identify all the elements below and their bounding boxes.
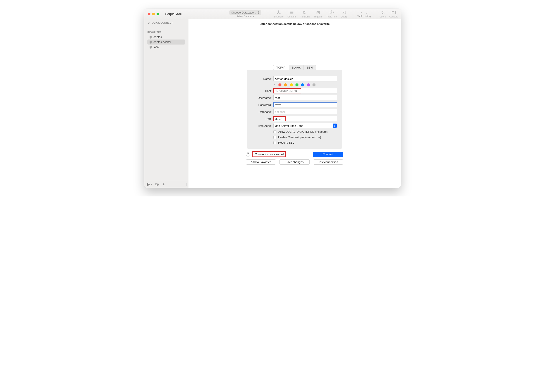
updown-icon: ▲▼ [257,11,259,14]
require-ssl-checkbox[interactable]: Require SSL [273,141,337,144]
color-swatches: ✕ [273,83,337,86]
info-icon [329,10,334,15]
tool-relations[interactable]: Relations [300,10,310,18]
svg-point-24 [149,184,149,184]
svg-rect-10 [342,11,346,14]
bolt-icon [147,21,150,24]
tool-console[interactable]: Console [389,10,398,18]
color-yellow[interactable] [290,83,293,86]
svg-point-11 [381,11,383,12]
port-label: Port: [252,117,272,121]
save-changes-button[interactable]: Save changes [279,159,310,165]
color-gray[interactable] [312,83,316,86]
test-connection-button[interactable]: Test connection [313,159,343,165]
tool-structure[interactable]: Structure [274,10,284,18]
svg-point-23 [148,184,148,184]
password-input[interactable] [273,102,337,107]
ellipsis-circle-icon [147,183,150,186]
database-chooser[interactable]: Choose Database... ▲▼ Select Database [229,10,261,18]
tab-ssh[interactable]: SSH [304,65,316,70]
add-button[interactable]: ＋ [162,182,165,187]
color-red[interactable] [279,83,281,86]
history-forward-icon[interactable]: › [366,10,367,15]
folder-add-button[interactable] [155,182,159,187]
titlebar: Sequel Ace Choose Database... ▲▼ Select … [144,9,401,19]
tool-query[interactable]: Query [341,10,347,18]
zoom-window-icon[interactable] [157,13,159,15]
color-purple[interactable] [307,83,310,86]
close-window-icon[interactable] [148,13,150,15]
host-input-tail[interactable] [301,88,337,93]
database-input[interactable] [273,109,337,114]
color-green[interactable] [295,83,298,86]
favorites-header: FAVORITES [147,31,185,34]
tool-table-info[interactable]: Table Info [326,10,337,18]
tool-content[interactable]: Content [287,10,296,18]
connect-button[interactable]: Connect [313,152,343,157]
password-label: Password: [252,103,272,106]
database-chooser-label: Choose Database... [231,11,256,14]
prompt-text: Enter connection details below, or choos… [259,22,330,25]
table-history[interactable]: ‹ › Table History [357,10,371,18]
history-back-icon[interactable]: ‹ [361,10,362,15]
svg-point-15 [392,11,393,11]
sidebar: QUICK CONNECT FAVORITES centos centos-do… [144,19,188,188]
console-icon [391,10,396,15]
quick-connect-header[interactable]: QUICK CONNECT [147,21,185,24]
add-to-favorites-button[interactable]: Add to Favorites [246,159,276,165]
tool-users[interactable]: Users [379,10,386,18]
enable-cleartext-checkbox[interactable]: Enable Cleartext plugin (insecure) [273,135,337,139]
host-label: Host: [252,89,272,92]
tab-tcpip[interactable]: TCP/IP [273,65,289,70]
svg-point-19 [150,41,152,42]
actions-menu-button[interactable]: ▼ [147,183,152,186]
svg-point-9 [331,11,332,12]
allow-local-infile-checkbox[interactable]: Allow LOCAL_DATA_INFILE (insecure) [273,130,337,133]
svg-point-0 [278,11,279,11]
database-icon [149,41,152,44]
favorite-item-local[interactable]: local [147,44,185,49]
svg-point-22 [148,184,148,184]
content-icon [289,10,294,15]
tab-socket[interactable]: Socket [289,65,304,70]
main-content: Enter connection details below, or choos… [188,19,401,188]
triggers-icon [316,10,321,15]
help-button[interactable]: ? [246,152,250,157]
toolbar-icons: Structure Content Relations Triggers Tab… [274,10,347,18]
query-icon [341,10,346,15]
sidebar-footer: ▼ ＋ ||| [144,181,188,188]
app-window: Sequel Ace Choose Database... ▲▼ Select … [144,9,401,188]
color-blue[interactable] [301,83,304,86]
connection-status: Connection succeeded [252,151,286,157]
checkbox-icon [273,130,276,133]
svg-point-20 [150,46,152,47]
favorite-item-centos[interactable]: centos [147,35,185,39]
tool-triggers[interactable]: Triggers [314,10,322,18]
host-input[interactable] [273,88,301,93]
username-input[interactable] [273,95,337,100]
svg-point-17 [393,11,393,11]
users-icon [380,10,385,15]
timezone-select[interactable]: Use Server Time Zone [273,123,337,128]
clear-color-icon[interactable]: ✕ [273,83,276,86]
connection-panel: Name: ✕ Host: [247,70,342,149]
checkbox-icon [273,136,276,139]
favorite-item-centos-docker[interactable]: centos-docker [147,39,185,44]
minimize-window-icon[interactable] [152,13,155,15]
timezone-label: Time Zone: [252,124,272,128]
database-icon [149,36,152,39]
traffic-lights [148,13,159,15]
color-orange[interactable] [284,83,287,86]
svg-point-18 [150,36,152,37]
name-input[interactable] [273,76,337,81]
app-title: Sequel Ace [165,12,182,16]
folder-plus-icon [155,182,159,186]
svg-point-12 [383,11,384,12]
port-input-tail[interactable] [286,116,337,121]
checkbox-icon [273,141,276,144]
name-label: Name: [252,77,272,80]
structure-icon [276,10,281,15]
svg-point-16 [393,11,393,11]
port-input[interactable] [273,116,286,121]
database-chooser-sub: Select Database [236,15,254,18]
